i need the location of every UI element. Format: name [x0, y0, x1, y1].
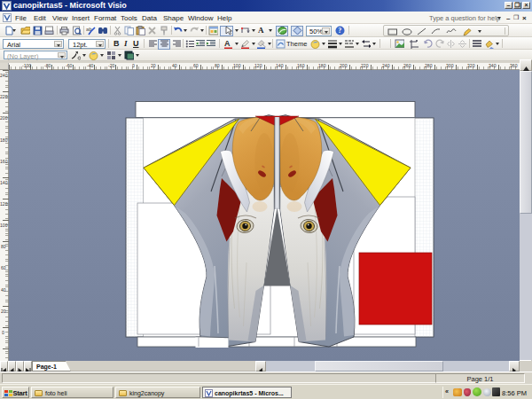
svg-text:?: ?: [338, 27, 341, 35]
svg-text:A: A: [224, 39, 231, 48]
